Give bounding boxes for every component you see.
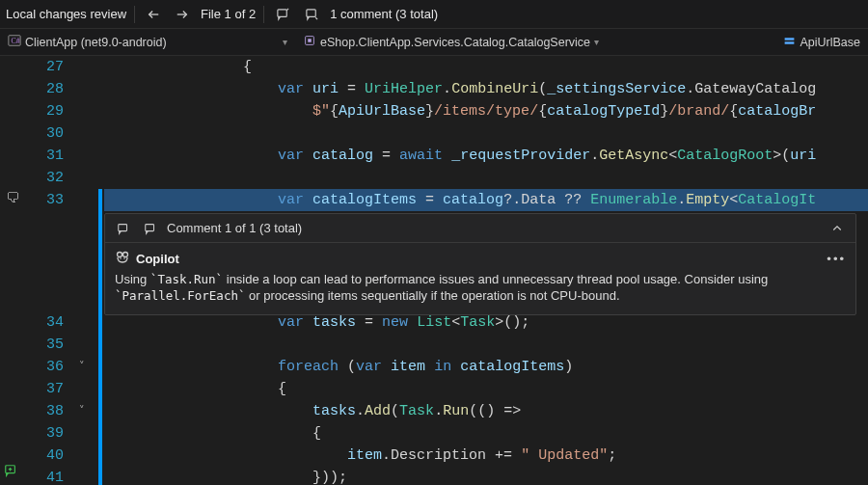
line-number: 36 bbox=[25, 356, 64, 378]
change-indicator bbox=[98, 445, 102, 467]
line-number: 37 bbox=[25, 378, 64, 400]
code-editor[interactable]: 🗨 272829303132333435363738394041 ˅˅ { va… bbox=[0, 56, 868, 485]
chevron-down-icon: ▾ bbox=[594, 37, 599, 47]
member-dropdown[interactable]: ApiUrlBase bbox=[779, 32, 864, 53]
code-line[interactable]: { bbox=[104, 378, 868, 400]
line-number: 40 bbox=[25, 445, 64, 467]
fold-toggle[interactable]: ˅ bbox=[77, 400, 96, 422]
file-status: File 1 of 2 bbox=[201, 7, 256, 21]
change-indicator bbox=[98, 189, 102, 211]
svg-rect-1 bbox=[307, 10, 315, 17]
review-title: Local changes review bbox=[6, 7, 126, 21]
change-indicator bbox=[96, 167, 104, 189]
line-number: 28 bbox=[25, 78, 64, 100]
namespace-name: eShop.ClientApp.Services.Catalog.Catalog… bbox=[320, 36, 590, 49]
separator bbox=[263, 6, 264, 23]
review-toolbar: Local changes review File 1 of 2 1 comme… bbox=[0, 0, 868, 29]
field-icon bbox=[783, 35, 796, 50]
change-indicator bbox=[96, 145, 104, 167]
comment-status: Comment 1 of 1 (3 total) bbox=[167, 221, 302, 235]
collapse-button[interactable] bbox=[827, 218, 848, 239]
change-indicator bbox=[96, 122, 104, 145]
csharp-icon: C# bbox=[8, 34, 21, 50]
add-comment-icon[interactable] bbox=[0, 466, 17, 481]
prev-file-button[interactable] bbox=[143, 4, 164, 25]
svg-text:C#: C# bbox=[12, 37, 20, 45]
change-indicator bbox=[98, 334, 102, 356]
line-number: 34 bbox=[25, 311, 64, 334]
code-line[interactable]: item.Description += " Updated"; bbox=[104, 445, 868, 467]
code-line[interactable]: var uri = UriHelper.CombineUri(_settings… bbox=[104, 78, 868, 100]
comment-popup: Comment 1 of 1 (3 total)Copilot•••Using … bbox=[104, 211, 868, 311]
comments-status: 1 comment (3 total) bbox=[330, 7, 438, 21]
change-indicator bbox=[98, 400, 102, 422]
prev-comment-button[interactable] bbox=[272, 4, 293, 25]
line-number: 32 bbox=[25, 167, 64, 189]
code-line[interactable]: { bbox=[104, 422, 868, 445]
svg-rect-0 bbox=[278, 10, 286, 17]
project-name: ClientApp (net9.0-android) bbox=[25, 36, 167, 49]
fold-toggle[interactable]: ˅ bbox=[77, 356, 96, 378]
svg-point-12 bbox=[123, 253, 128, 257]
change-indicator bbox=[96, 56, 104, 78]
line-number: 39 bbox=[25, 422, 64, 445]
svg-point-14 bbox=[123, 257, 125, 259]
svg-rect-9 bbox=[119, 224, 127, 230]
editor-margin: 🗨 272829303132333435363738394041 ˅˅ bbox=[0, 56, 104, 485]
member-name: ApiUrlBase bbox=[800, 36, 860, 49]
svg-point-13 bbox=[120, 257, 122, 259]
svg-rect-10 bbox=[146, 224, 154, 230]
line-number: 38 bbox=[25, 400, 64, 422]
code-line[interactable]: var catalogItems = catalog?.Data ?? Enum… bbox=[104, 189, 868, 211]
change-indicator bbox=[98, 311, 102, 334]
code-line[interactable]: var catalog = await _requestProvider.Get… bbox=[104, 145, 868, 167]
code-line[interactable] bbox=[104, 167, 868, 189]
prev-comment-icon[interactable] bbox=[113, 218, 134, 239]
line-number: 33 bbox=[25, 189, 64, 211]
line-number: 29 bbox=[25, 100, 64, 122]
code-line[interactable]: $"{ApiUrlBase}/items/type/{catalogTypeId… bbox=[104, 100, 868, 122]
svg-rect-7 bbox=[785, 41, 795, 43]
separator bbox=[134, 6, 135, 23]
next-comment-button[interactable] bbox=[301, 4, 322, 25]
change-indicator bbox=[98, 467, 102, 485]
line-number: 35 bbox=[25, 334, 64, 356]
change-indicator bbox=[98, 356, 102, 378]
code-line[interactable] bbox=[104, 122, 868, 145]
svg-point-11 bbox=[118, 253, 122, 257]
line-number: 30 bbox=[25, 122, 64, 145]
chevron-down-icon: ▾ bbox=[283, 37, 287, 47]
change-indicator bbox=[96, 78, 104, 100]
line-number: 31 bbox=[25, 145, 64, 167]
copilot-icon bbox=[115, 249, 130, 269]
next-file-button[interactable] bbox=[172, 4, 193, 25]
code-line[interactable]: tasks.Add(Task.Run(() => bbox=[104, 400, 868, 422]
svg-rect-5 bbox=[308, 39, 312, 42]
class-icon bbox=[303, 34, 316, 50]
change-indicator bbox=[98, 378, 102, 400]
nav-bar: C# ClientApp (net9.0-android) ▾ eShop.Cl… bbox=[0, 29, 868, 56]
comment-body: Using `Task.Run` inside a loop can lead … bbox=[115, 271, 846, 306]
line-number: 27 bbox=[25, 56, 64, 78]
change-indicator bbox=[98, 422, 102, 445]
comment-marker-icon[interactable]: 🗨 bbox=[0, 191, 19, 206]
next-comment-icon[interactable] bbox=[140, 218, 161, 239]
code-line[interactable]: })); bbox=[104, 467, 868, 485]
namespace-dropdown[interactable]: eShop.ClientApp.Services.Catalog.Catalog… bbox=[299, 32, 773, 53]
code-line[interactable]: foreach (var item in catalogItems) bbox=[104, 356, 868, 378]
line-number: 41 bbox=[25, 467, 64, 485]
more-button[interactable]: ••• bbox=[827, 251, 846, 268]
project-dropdown[interactable]: C# ClientApp (net9.0-android) ▾ bbox=[4, 32, 293, 53]
code-line[interactable]: { bbox=[104, 56, 868, 78]
comment-author: Copilot bbox=[136, 251, 179, 268]
change-indicator bbox=[96, 100, 104, 122]
svg-rect-6 bbox=[785, 38, 795, 40]
code-line[interactable] bbox=[104, 334, 868, 356]
